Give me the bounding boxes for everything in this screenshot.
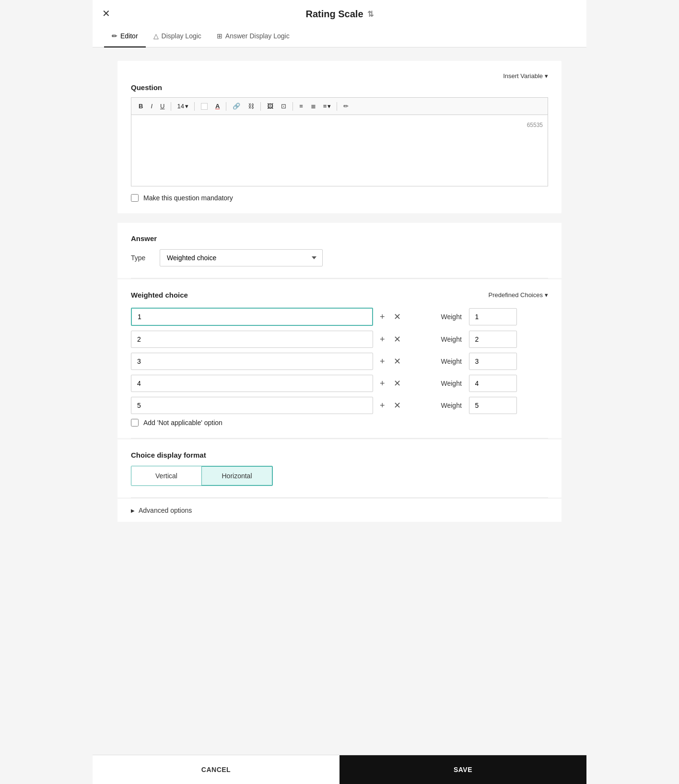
toolbar-divider-3 (226, 102, 226, 111)
insert-variable-button[interactable]: Insert Variable ▾ (503, 72, 548, 80)
color-swatch-button[interactable] (198, 101, 211, 112)
image-button[interactable]: 🖼 (264, 101, 277, 112)
eraser-button[interactable]: ✏ (340, 101, 352, 112)
weight-label-2: Weight (441, 335, 464, 343)
tab-answer-display-logic[interactable]: ⊞ Answer Display Logic (209, 25, 297, 47)
tab-display-logic[interactable]: △ Display Logic (146, 25, 209, 47)
remove-choice-4-button[interactable]: ✕ (392, 378, 403, 389)
choice-row: + ✕ Weight (131, 331, 548, 348)
italic-button[interactable]: I (147, 101, 156, 112)
align-icon: ≡ (323, 103, 327, 110)
mandatory-row: Make this question mandatory (131, 194, 548, 202)
ordered-list-button[interactable]: ≣ (307, 101, 319, 112)
choice-input-2[interactable] (131, 331, 373, 348)
insert-variable-label: Insert Variable (503, 72, 543, 80)
format-toggle: Vertical Horizontal (131, 466, 273, 486)
unlink-button[interactable]: ⛓ (245, 101, 258, 112)
remove-choice-5-button[interactable]: ✕ (392, 400, 403, 411)
cancel-button[interactable]: CANCEL (93, 755, 340, 784)
font-size-arrow: ▾ (185, 103, 188, 110)
advanced-section: ▶ Advanced options (117, 499, 562, 522)
not-applicable-checkbox[interactable] (131, 419, 139, 427)
advanced-arrow: ▶ (131, 508, 135, 513)
toolbar-divider-4 (260, 102, 261, 111)
not-applicable-row: Add 'Not applicable' option (131, 419, 548, 427)
format-section: Choice display format Vertical Horizonta… (117, 439, 562, 497)
weight-label-4: Weight (441, 380, 464, 387)
question-editor[interactable]: 65535 (131, 115, 548, 186)
image-icon: 🖼 (267, 103, 273, 110)
toolbar-divider-1 (171, 102, 171, 111)
weighted-title: Weighted choice (131, 291, 188, 299)
weight-input-2[interactable] (469, 331, 517, 348)
table-icon: ⊡ (281, 103, 286, 110)
question-section: Insert Variable ▾ Question B I U 14 ▾ A (117, 61, 562, 213)
color-swatch (201, 103, 208, 110)
save-button[interactable]: SAVE (340, 755, 586, 784)
sort-icon[interactable]: ⇅ (367, 10, 374, 19)
answer-section: Answer Type Weighted choice Single choic… (117, 223, 562, 278)
font-size-dropdown[interactable]: 14 ▾ (174, 101, 191, 112)
weight-label-3: Weight (441, 357, 464, 365)
horizontal-format-button[interactable]: Horizontal (201, 466, 272, 485)
mandatory-checkbox[interactable] (131, 194, 139, 202)
choice-row: + ✕ Weight (131, 308, 548, 326)
choice-input-1[interactable] (131, 308, 373, 326)
choice-row: + ✕ Weight (131, 375, 548, 392)
unordered-list-icon: ≡ (299, 103, 303, 110)
choice-input-3[interactable] (131, 353, 373, 370)
answer-section-label: Answer (131, 234, 548, 242)
weighted-choice-section: Weighted choice Predefined Choices ▾ + ✕… (117, 279, 562, 438)
type-label: Type (131, 254, 150, 262)
close-button[interactable]: ✕ (102, 9, 110, 18)
table-button[interactable]: ⊡ (278, 101, 290, 112)
weight-input-4[interactable] (469, 375, 517, 392)
link-icon: 🔗 (233, 103, 240, 110)
insert-variable-chevron: ▾ (545, 72, 548, 80)
mandatory-label: Make this question mandatory (143, 194, 233, 202)
weight-input-3[interactable] (469, 353, 517, 370)
weight-input-5[interactable] (469, 397, 517, 414)
weight-label-1: Weight (441, 313, 464, 321)
vertical-format-button[interactable]: Vertical (131, 466, 201, 485)
add-choice-5-button[interactable]: + (378, 400, 387, 411)
link-button[interactable]: 🔗 (229, 101, 244, 112)
footer: CANCEL SAVE (93, 755, 586, 784)
editor-icon: ✏ (112, 32, 117, 40)
toolbar-divider-6 (337, 102, 337, 111)
bold-button[interactable]: B (135, 101, 146, 112)
close-icon: ✕ (102, 8, 110, 19)
align-arrow: ▾ (328, 103, 331, 110)
tabs-container: ✏ Editor △ Display Logic ⊞ Answer Displa… (93, 25, 586, 47)
add-choice-4-button[interactable]: + (378, 378, 387, 389)
choice-input-4[interactable] (131, 375, 373, 392)
toolbar-divider-5 (293, 102, 293, 111)
toolbar-divider-2 (194, 102, 195, 111)
modal-title: Rating Scale (305, 9, 363, 20)
eraser-icon: ✏ (343, 103, 349, 110)
underline-button[interactable]: U (157, 101, 168, 112)
char-count: 65535 (136, 120, 543, 128)
advanced-label: Advanced options (139, 507, 192, 514)
weighted-header: Weighted choice Predefined Choices ▾ (131, 291, 548, 299)
tab-editor[interactable]: ✏ Editor (104, 25, 146, 47)
add-choice-2-button[interactable]: + (378, 334, 387, 345)
font-color-icon: A (215, 103, 220, 110)
align-dropdown[interactable]: ≡ ▾ (320, 101, 334, 112)
answer-display-logic-icon: ⊞ (217, 32, 222, 40)
advanced-options-toggle[interactable]: ▶ Advanced options (131, 507, 192, 514)
weight-input-1[interactable] (469, 308, 517, 325)
add-choice-1-button[interactable]: + (378, 311, 387, 322)
editor-toolbar: B I U 14 ▾ A 🔗 ⛓ 🖼 ⊡ ≡ ≣ (131, 97, 548, 115)
add-choice-3-button[interactable]: + (378, 356, 387, 367)
answer-type-select[interactable]: Weighted choice Single choice Multiple c… (160, 249, 323, 266)
remove-choice-2-button[interactable]: ✕ (392, 334, 403, 345)
choice-row: + ✕ Weight (131, 353, 548, 370)
unlink-icon: ⛓ (248, 103, 254, 110)
unordered-list-button[interactable]: ≡ (296, 101, 306, 112)
predefined-choices-button[interactable]: Predefined Choices ▾ (489, 291, 548, 299)
remove-choice-1-button[interactable]: ✕ (392, 311, 403, 322)
choice-input-5[interactable] (131, 397, 373, 414)
remove-choice-3-button[interactable]: ✕ (392, 356, 403, 367)
font-color-button[interactable]: A (212, 101, 223, 112)
